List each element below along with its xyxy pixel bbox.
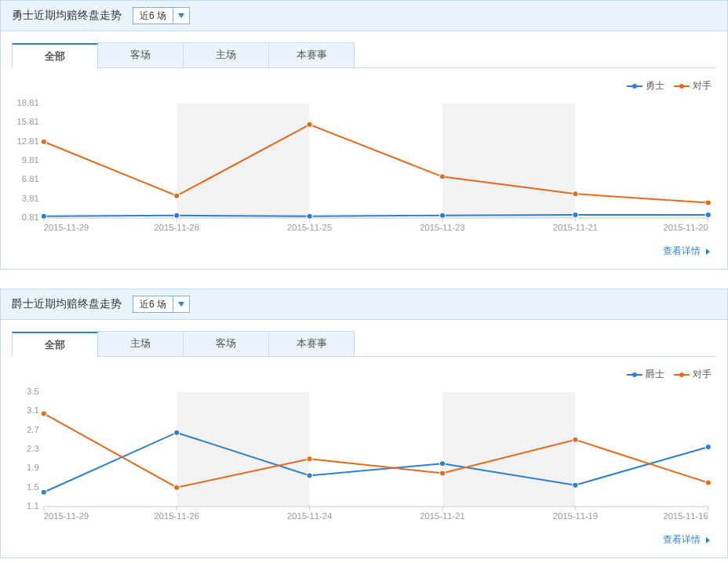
data-point[interactable] [573, 482, 578, 488]
line-chart: 1.11.51.92.32.73.13.52015-11-292015-11-2… [12, 384, 716, 525]
legend-item-primary: 勇士 [627, 79, 664, 93]
y-tick-label: 0.81 [22, 212, 39, 222]
series-line [44, 433, 708, 492]
legend-item-primary: 爵士 [627, 368, 664, 381]
x-tick-label: 2015-11-21 [420, 511, 464, 521]
games-select-value: 近6 场 [133, 296, 173, 313]
series-line [44, 125, 708, 203]
tab-客场[interactable]: 客场 [97, 42, 184, 67]
chart-area: 0.813.816.819.8112.8115.8118.812015-11-2… [12, 96, 716, 237]
data-point[interactable] [439, 470, 445, 476]
legend-label-primary: 勇士 [646, 79, 664, 93]
data-point[interactable] [307, 456, 312, 462]
y-tick-label: 15.81 [17, 117, 39, 126]
data-point[interactable] [705, 212, 711, 218]
trend-panel: 爵士近期均赔终盘走势 近6 场 全部主场客场本赛事 爵士 对手 1.1 [0, 289, 728, 558]
chevron-right-icon [706, 249, 710, 255]
x-tick-label: 2015-11-23 [420, 223, 464, 232]
tab-主场[interactable]: 主场 [97, 331, 184, 356]
panel-body: 全部主场客场本赛事 爵士 对手 1.11.51.92.32.73.13.5201… [1, 320, 727, 558]
view-details-label: 查看详情 [663, 245, 701, 256]
y-tick-label: 2.7 [27, 425, 39, 434]
tab-全部[interactable]: 全部 [12, 43, 98, 68]
data-point[interactable] [439, 461, 445, 467]
chevron-down-icon [178, 302, 184, 307]
view-details-link[interactable]: 查看详情 [663, 245, 710, 256]
y-tick-label: 18.81 [17, 98, 39, 107]
data-point[interactable] [41, 411, 46, 416]
games-select-caret[interactable] [173, 7, 190, 24]
tab-bar: 全部客场主场本赛事 [12, 42, 716, 68]
tab-全部[interactable]: 全部 [12, 332, 98, 357]
data-point[interactable] [174, 193, 180, 198]
games-select-caret[interactable] [173, 296, 190, 313]
svg-rect-10 [442, 392, 575, 507]
data-point[interactable] [705, 444, 711, 449]
svg-rect-9 [177, 392, 309, 507]
x-tick-label: 2015-11-26 [155, 511, 199, 521]
data-point[interactable] [705, 480, 711, 485]
x-tick-label: 2015-11-25 [287, 223, 332, 232]
data-point[interactable] [307, 213, 312, 219]
data-point[interactable] [439, 212, 445, 218]
data-point[interactable] [307, 122, 312, 127]
line-chart: 0.813.816.819.8112.8115.8118.812015-11-2… [12, 96, 716, 237]
data-point[interactable] [41, 489, 46, 495]
x-tick-label: 2015-11-16 [663, 511, 708, 521]
data-point[interactable] [307, 473, 312, 478]
x-tick-label: 2015-11-29 [44, 223, 89, 232]
panel-header: 爵士近期均赔终盘走势 近6 场 [1, 289, 727, 320]
view-details-link[interactable]: 查看详情 [663, 534, 710, 545]
series-line [44, 413, 708, 487]
legend-label-opponent: 对手 [693, 368, 712, 381]
x-tick-label: 2015-11-28 [155, 223, 199, 232]
x-tick-label: 2015-11-24 [287, 511, 332, 521]
legend-label-primary: 爵士 [646, 368, 664, 381]
data-point[interactable] [174, 212, 180, 218]
details-row: 查看详情 [12, 240, 716, 266]
tab-本赛事[interactable]: 本赛事 [268, 331, 355, 356]
legend-swatch-opponent [674, 374, 690, 376]
data-point[interactable] [174, 485, 180, 490]
panel-header: 勇士近期均赔终盘走势 近6 场 [1, 1, 727, 31]
x-tick-label: 2015-11-29 [44, 511, 89, 521]
tab-本赛事[interactable]: 本赛事 [268, 42, 355, 67]
chart-legend: 爵士 对手 [12, 357, 716, 384]
panel-title: 勇士近期均赔终盘走势 [12, 9, 122, 23]
data-point[interactable] [573, 191, 578, 197]
games-select[interactable]: 近6 场 [133, 296, 190, 313]
y-tick-label: 12.81 [17, 136, 39, 146]
tab-客场[interactable]: 客场 [183, 331, 269, 356]
legend-item-opponent: 对手 [674, 368, 712, 381]
games-select[interactable]: 近6 场 [133, 7, 190, 24]
chevron-down-icon [178, 13, 184, 18]
y-tick-label: 6.81 [22, 174, 39, 183]
legend-swatch-primary [627, 85, 642, 87]
data-point[interactable] [174, 430, 180, 435]
data-point[interactable] [573, 212, 578, 218]
data-point[interactable] [573, 437, 578, 442]
data-point[interactable] [705, 200, 711, 205]
y-tick-label: 9.81 [22, 155, 39, 165]
legend-swatch-opponent [674, 85, 690, 87]
legend-swatch-primary [627, 374, 642, 376]
y-tick-label: 2.3 [27, 444, 39, 453]
trend-panel: 勇士近期均赔终盘走势 近6 场 全部客场主场本赛事 勇士 对手 0.8 [0, 0, 728, 270]
tab-主场[interactable]: 主场 [183, 42, 269, 67]
x-tick-label: 2015-11-21 [553, 223, 598, 232]
y-tick-label: 3.5 [27, 387, 39, 396]
panel-body: 全部客场主场本赛事 勇士 对手 0.813.816.819.8112.8115.… [1, 31, 727, 269]
chevron-right-icon [706, 537, 710, 543]
chart-area: 1.11.51.92.32.73.13.52015-11-292015-11-2… [12, 384, 716, 525]
details-row: 查看详情 [12, 528, 716, 554]
data-point[interactable] [41, 213, 46, 219]
panel-title: 爵士近期均赔终盘走势 [12, 297, 122, 311]
x-tick-label: 2015-11-20 [663, 223, 708, 232]
x-tick-label: 2015-11-19 [553, 511, 598, 521]
legend-label-opponent: 对手 [693, 79, 712, 93]
legend-item-opponent: 对手 [674, 79, 712, 93]
data-point[interactable] [439, 174, 445, 180]
data-point[interactable] [41, 139, 46, 144]
tab-bar: 全部主场客场本赛事 [12, 331, 716, 357]
y-tick-label: 1.1 [27, 501, 39, 510]
